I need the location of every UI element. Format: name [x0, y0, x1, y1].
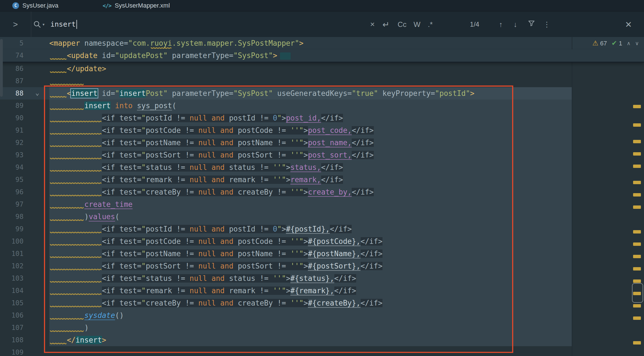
code-line-103[interactable]: 103<if test="status != null and status !… — [0, 272, 644, 285]
fold-chevron-icon[interactable]: ⌄ — [35, 87, 39, 99]
tab-sysuser-java[interactable]: C SysUser.java — [6, 0, 65, 11]
code-line-74[interactable]: 74<update id="updatePost" parameterType=… — [0, 49, 644, 63]
tab-sysusermapper-xml[interactable]: </> SysUserMapper.xml — [96, 0, 176, 11]
indent-whitespace — [49, 186, 102, 198]
warning-stripe-mark[interactable] — [633, 267, 641, 271]
warning-stripe-mark[interactable] — [633, 255, 641, 258]
search-mode-icon[interactable]: ▾ — [33, 20, 45, 29]
code-line-107[interactable]: 107) — [0, 322, 644, 334]
code-line-99[interactable]: 99<if test="postId != null and postId !=… — [0, 223, 644, 235]
previous-problem-icon[interactable]: ∧ — [627, 40, 631, 47]
gutter: 108 — [0, 334, 49, 346]
clear-search-icon[interactable]: × — [370, 20, 375, 29]
code-content[interactable]: <if test="createBy != null and createBy … — [49, 186, 644, 198]
code-line-100[interactable]: 100<if test="postCode != null and postCo… — [0, 235, 644, 248]
passed-indicator[interactable]: ✔ 1 — [612, 39, 622, 47]
code-content[interactable]: create_time — [49, 198, 644, 211]
warning-stripe-mark[interactable] — [633, 165, 641, 168]
code-line-104[interactable]: 104<if test="remark != null and remark !… — [0, 285, 644, 297]
warning-stripe-mark[interactable] — [633, 140, 641, 143]
code-content[interactable]: <if test="postId != null and postId != 0… — [49, 112, 644, 124]
code-content[interactable]: </update> — [49, 63, 644, 75]
code-content[interactable]: <if test="postSort != null and postSort … — [49, 260, 644, 272]
code-line-94[interactable]: 94<if test="status != null and status !=… — [0, 161, 644, 174]
code-line-108[interactable]: 108</insert> — [0, 334, 644, 346]
code-line-89[interactable]: 89insert into sys_post( — [0, 100, 644, 112]
indent-whitespace — [49, 248, 102, 260]
code-content[interactable]: <if test="status != null and status != '… — [49, 272, 644, 285]
code-content[interactable]: )values( — [49, 211, 644, 223]
filter-search-results-button[interactable] — [528, 20, 535, 29]
next-problem-icon[interactable]: ∨ — [635, 40, 639, 47]
warnings-indicator[interactable]: ⚠ 67 — [592, 39, 607, 47]
warning-stripe-mark[interactable] — [633, 181, 641, 184]
code-content[interactable]: <if test="createBy != null and createBy … — [49, 297, 644, 309]
code-line-96[interactable]: 96<if test="createBy != null and createB… — [0, 186, 644, 198]
warning-stripe-mark[interactable] — [633, 304, 641, 308]
code-content[interactable]: sysdate() — [49, 309, 644, 322]
code-line-105[interactable]: 105<if test="createBy != null and create… — [0, 297, 644, 309]
close-find-bar-button[interactable]: ✕ — [625, 19, 632, 29]
next-occurrence-button[interactable]: ↓ — [514, 20, 517, 29]
warning-stripe-mark[interactable] — [633, 279, 641, 283]
code-content[interactable]: <if test="postId != null and postId != 0… — [49, 223, 644, 235]
code-line-5[interactable]: 5<mapper namespace="com.ruoyi.system.map… — [0, 37, 644, 49]
code-line-93[interactable]: 93<if test="postSort != null and postSor… — [0, 149, 644, 161]
code-line-95[interactable]: 95<if test="remark != null and remark !=… — [0, 174, 644, 186]
code-content[interactable]: <if test="postName != null and postName … — [49, 137, 644, 149]
code-content[interactable]: <if test="remark != null and remark != '… — [49, 174, 644, 186]
warning-stripe-mark[interactable] — [633, 105, 641, 108]
code-content[interactable]: <if test="remark != null and remark != '… — [49, 285, 644, 297]
code-line-90[interactable]: 90<if test="postId != null and postId !=… — [0, 112, 644, 124]
code-token: > — [273, 51, 277, 60]
code-content[interactable]: <insert id="insertPost" parameterType="S… — [49, 87, 644, 100]
code-content[interactable] — [49, 75, 644, 87]
whole-words-toggle[interactable]: W — [414, 20, 421, 29]
search-input[interactable]: insert — [50, 20, 77, 29]
regex-toggle[interactable]: .* — [428, 20, 433, 29]
code-line-87[interactable]: 87 — [0, 75, 644, 87]
code-content[interactable]: <if test="postCode != null and postCode … — [49, 124, 644, 137]
code-content[interactable]: <if test="status != null and status != '… — [49, 161, 644, 174]
code-content[interactable]: ) — [49, 322, 644, 334]
code-line-98[interactable]: 98)values( — [0, 211, 644, 223]
code-content[interactable]: <if test="postCode != null and postCode … — [49, 235, 644, 248]
code-token: ''" — [273, 274, 286, 283]
code-token: postCode != — [234, 237, 291, 246]
code-content[interactable]: <update id="updatePost" parameterType="S… — [49, 49, 644, 62]
warning-stripe-mark[interactable] — [633, 341, 641, 345]
code-content[interactable]: <if test="postName != null and postName … — [49, 248, 644, 260]
insert-newline-icon[interactable]: ↵ — [382, 19, 389, 29]
code-content[interactable]: <mapper namespace="com.ruoyi.system.mapp… — [49, 37, 644, 49]
left-scrollbar-thumb[interactable] — [0, 39, 3, 97]
code-editor[interactable]: 5<mapper namespace="com.ruoyi.system.map… — [0, 37, 644, 356]
scrollbar-thumb[interactable] — [632, 283, 643, 303]
previous-occurrence-button[interactable]: ↑ — [499, 20, 503, 29]
inspections-widget[interactable]: ⚠ 67 ✔ 1 ∧ ∨ — [592, 39, 639, 47]
warning-stripe-mark[interactable] — [633, 242, 641, 246]
code-line-109[interactable]: 109 — [0, 346, 644, 356]
warning-stripe-mark[interactable] — [633, 123, 641, 127]
code-line-91[interactable]: 91<if test="postCode != null and postCod… — [0, 124, 644, 137]
code-line-86[interactable]: 86</update> — [0, 63, 644, 75]
more-options-button[interactable]: ⋮ — [543, 20, 550, 29]
code-token: ''" — [290, 262, 304, 270]
warning-stripe-mark[interactable] — [633, 205, 641, 209]
code-content[interactable]: </insert> — [49, 334, 644, 346]
code-token: "true" — [352, 89, 378, 98]
warning-stripe-mark[interactable] — [633, 193, 641, 197]
code-line-88[interactable]: 88⌄<insert id="insertPost" parameterType… — [0, 87, 644, 100]
code-line-102[interactable]: 102<if test="postSort != null and postSo… — [0, 260, 644, 272]
warning-stripe-mark[interactable] — [633, 230, 641, 234]
code-line-92[interactable]: 92<if test="postName != null and postNam… — [0, 137, 644, 149]
code-content[interactable]: insert into sys_post( — [49, 100, 644, 112]
match-case-toggle[interactable]: Cc — [398, 20, 407, 29]
warning-stripe-mark[interactable] — [633, 152, 641, 156]
code-line-106[interactable]: 106sysdate() — [0, 309, 644, 322]
code-content[interactable]: <if test="postSort != null and postSort … — [49, 149, 644, 161]
warning-stripe-mark[interactable] — [633, 316, 641, 320]
expand-replace-toggle[interactable]: > — [0, 11, 31, 37]
code-line-101[interactable]: 101<if test="postName != null and postNa… — [0, 248, 644, 260]
code-content[interactable] — [49, 346, 644, 356]
code-line-97[interactable]: 97create_time — [0, 198, 644, 211]
